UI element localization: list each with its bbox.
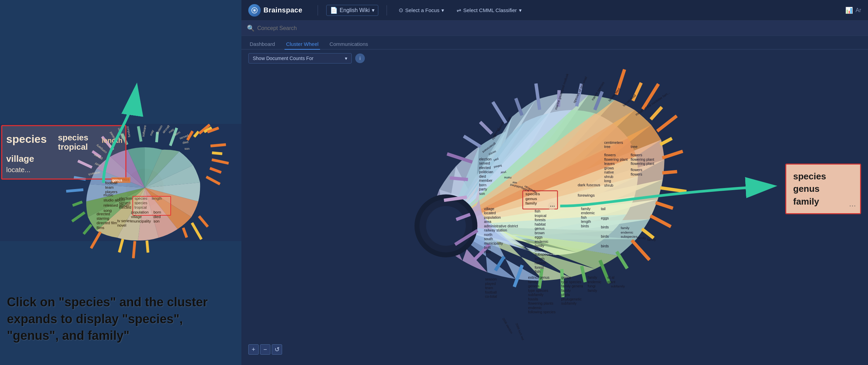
svg-text:area: area (484, 219, 491, 224)
svg-text:family: family (637, 236, 646, 240)
svg-text:municipality: municipality (484, 241, 503, 245)
svg-text:subspecies: subspecies (621, 235, 637, 238)
wheel-area: species genus family ⋯ election served e… (241, 67, 868, 365)
nav-tabs: Dashboard Cluster Wheel Communications (241, 36, 868, 50)
svg-text:served: served (479, 161, 490, 165)
svg-text:subfamily: subfamily (561, 301, 577, 305)
svg-text:subfamily: subfamily (611, 284, 625, 288)
svg-text:died: died (153, 215, 161, 219)
svg-text:born: born (479, 183, 486, 187)
svg-text:died: died (479, 174, 486, 178)
classifier-selector[interactable]: ⇌ Select CMML Classifier ▾ (453, 6, 525, 15)
svg-text:fish: fish (535, 209, 540, 213)
svg-text:railway station: railway station (484, 228, 507, 232)
search-icon: 🔍 (247, 24, 255, 32)
svg-text:birds: birds (581, 224, 589, 228)
svg-text:family: family (528, 280, 538, 284)
svg-text:black: black (535, 248, 543, 252)
callout-family: family (793, 195, 853, 208)
svg-text:plant: plant (608, 280, 616, 284)
svg-text:brown: brown (535, 231, 545, 235)
svg-text:novel: novel (117, 223, 126, 227)
svg-text:village: village (131, 215, 142, 219)
svg-text:flowers: flowers (631, 172, 642, 176)
svg-text:birds: birds (601, 225, 609, 229)
svg-text:family: family (535, 244, 544, 248)
svg-text:family genera: family genera (561, 284, 583, 288)
svg-text:tail: tail (601, 207, 605, 211)
svg-text:long: long (604, 179, 611, 183)
wiki-selector[interactable]: 📄 English Wiki ▾ (326, 5, 378, 16)
svg-text:name: name (504, 176, 511, 180)
tab-communications[interactable]: Communications (328, 39, 370, 50)
svg-text:flowering plant: flowering plant (631, 161, 654, 166)
svg-text:endemic: endemic (621, 230, 633, 234)
svg-text:population: population (484, 215, 501, 219)
svg-text:son: son (153, 219, 160, 223)
focus-chevron-icon: ▾ (441, 7, 444, 13)
info-button[interactable]: i (355, 53, 365, 63)
callout-species: species (793, 170, 853, 182)
search-input[interactable] (257, 25, 862, 31)
right-panel: Brainspace 📄 English Wiki ▾ ⊙ Select a F… (241, 0, 868, 365)
annotation-line1: Click on "species" and the cluster (7, 295, 208, 309)
svg-text:municipality: municipality (131, 219, 151, 223)
svg-text:eggs: eggs (601, 216, 609, 220)
svg-text:birds: birds (601, 244, 609, 248)
focus-selector[interactable]: ⊙ Select a Focus ▾ (395, 6, 448, 15)
svg-text:forests: forests (535, 218, 546, 222)
classifier-label: Select CMML Classifier (463, 7, 517, 13)
svg-text:flowering plant: flowering plant (604, 157, 628, 161)
svg-text:family: family (647, 238, 656, 241)
cluster-wheel-svg: species genus family ⋯ election served e… (241, 67, 868, 365)
svg-text:flowering plant: flowering plant (631, 157, 654, 161)
svg-text:length: length (535, 257, 545, 261)
svg-text:length: length (581, 219, 591, 224)
svg-text:family: family (561, 288, 571, 293)
svg-text:family: family (588, 288, 597, 293)
top-bar: Brainspace 📄 English Wiki ▾ ⊙ Select a F… (241, 0, 868, 21)
classifier-chevron-icon: ▾ (519, 7, 522, 13)
zoom-out-button[interactable]: − (260, 344, 270, 355)
zoom-controls: + − ↺ (248, 344, 282, 355)
svg-text:subfamily: subfamily (528, 293, 543, 297)
svg-text:leaves: leaves (604, 161, 615, 166)
svg-text:family: family (621, 226, 629, 230)
svg-text:films: films (97, 226, 104, 230)
svg-text:population: population (131, 210, 149, 214)
svg-text:starring: starring (97, 216, 109, 220)
analytics-icon: 📊 (845, 7, 853, 14)
svg-text:son: son (184, 147, 190, 150)
callout-more-icon: ⋯ (849, 201, 856, 210)
svg-text:east: east (484, 250, 491, 254)
svg-text:tropical: tropical (535, 214, 546, 218)
svg-text:flowering plants: flowering plants (528, 301, 553, 305)
tab-cluster-wheel[interactable]: Cluster Wheel (285, 39, 320, 50)
zoom-in-button[interactable]: + (248, 344, 259, 355)
focus-icon: ⊙ (399, 7, 403, 13)
svg-text:genera: genera (528, 284, 539, 288)
svg-text:village: village (6, 154, 34, 164)
svg-text:grows: grows (604, 166, 614, 170)
svg-text:phyla: phyla (561, 293, 570, 297)
zoom-reset-button[interactable]: ↺ (272, 344, 282, 355)
svg-text:released album: released album (103, 203, 129, 207)
svg-text:directed: directed (97, 212, 110, 216)
dropdown-chevron-icon: ▾ (345, 56, 347, 61)
annotation-line3: "genus", and family" (7, 328, 129, 343)
svg-text:football: football (485, 290, 497, 294)
svg-text:flowers: flowers (604, 153, 616, 157)
svg-text:et al: et al (608, 275, 615, 279)
wiki-label: English Wiki (340, 7, 370, 13)
svg-text:politician: politician (479, 170, 493, 174)
svg-text:species: species (58, 133, 88, 142)
svg-text:tropical: tropical (58, 142, 88, 151)
svg-text:endemic: endemic (535, 239, 548, 244)
svg-text:built: built (484, 245, 491, 249)
focus-label: Select a Focus (405, 7, 439, 13)
divider2 (387, 5, 387, 16)
tab-dashboard[interactable]: Dashboard (248, 39, 276, 50)
document-counts-dropdown[interactable]: Show Document Counts For ▾ (248, 53, 352, 63)
classifier-icon: ⇌ (457, 7, 461, 13)
svg-text:forest: forest (535, 265, 543, 269)
